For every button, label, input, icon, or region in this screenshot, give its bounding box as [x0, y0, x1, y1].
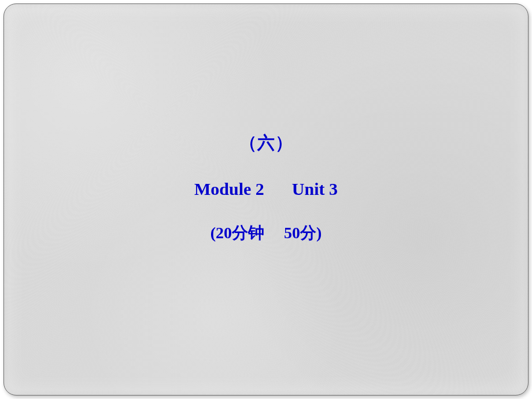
score-number: 50 — [284, 224, 300, 242]
section-number: （六） — [4, 131, 528, 155]
time-unit: 分钟 — [232, 224, 264, 242]
slide-background: （六） Module 2Unit 3 (20分钟50分) — [3, 3, 529, 396]
close-paren: ) — [316, 224, 322, 242]
slide-container: （六） Module 2Unit 3 (20分钟50分) — [0, 0, 532, 399]
slide-content: （六） Module 2Unit 3 (20分钟50分) — [4, 131, 528, 244]
module-label: Module 2 — [194, 179, 264, 198]
module-unit-line: Module 2Unit 3 — [4, 179, 528, 199]
time-number: 20 — [216, 224, 232, 242]
unit-label: Unit 3 — [292, 179, 338, 198]
score-unit: 分 — [300, 224, 316, 242]
time-score-line: (20分钟50分) — [4, 222, 528, 244]
open-paren: ( — [210, 224, 216, 242]
